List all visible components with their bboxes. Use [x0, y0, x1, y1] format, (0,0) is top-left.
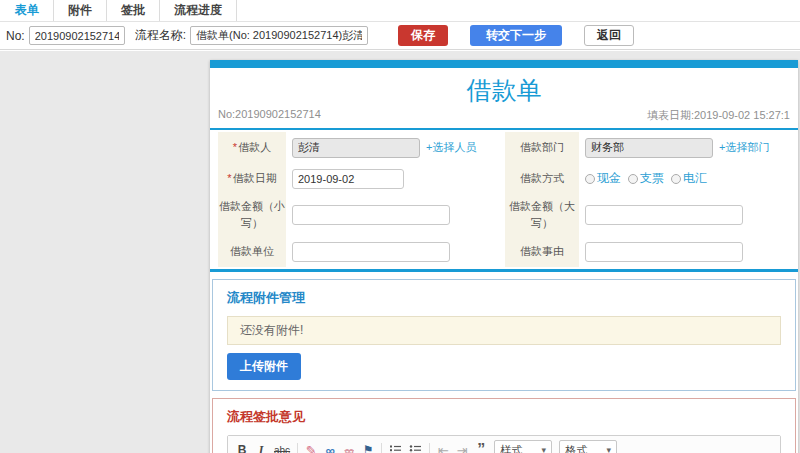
- amount-big-field-cell: [579, 194, 790, 236]
- department-input[interactable]: [585, 138, 713, 158]
- format-dropdown-label: 格式: [565, 443, 587, 453]
- form-bottom-accent-bar: [210, 269, 798, 272]
- required-mark: *: [233, 139, 237, 156]
- form-top-divider: [210, 128, 798, 130]
- department-label: 借款部门: [520, 139, 564, 156]
- radio-cash[interactable]: 现金: [585, 170, 621, 187]
- radio-icon: [671, 174, 681, 184]
- panel-accent-bar: [210, 60, 798, 68]
- method-label-cell: 借款方式: [505, 163, 579, 194]
- toolbar-separator: [429, 443, 430, 453]
- approval-section-heading: 流程签批意见: [227, 408, 781, 426]
- amount-small-label-cell: 借款金额（小写）: [218, 194, 286, 236]
- italic-icon[interactable]: I: [255, 443, 267, 453]
- process-name-label: 流程名称:: [135, 27, 186, 44]
- indent-icon[interactable]: ⇥: [456, 443, 468, 453]
- save-button[interactable]: 保存: [398, 25, 448, 46]
- toolbar-separator: [381, 443, 382, 453]
- toolbar-separator: [297, 443, 298, 453]
- toolbar: No: 流程名称: 保存 转交下一步 返回: [0, 22, 800, 50]
- radio-wire-label: 电汇: [683, 170, 707, 187]
- chevron-down-icon: ▾: [607, 445, 612, 453]
- payment-method-radios: 现金 支票 电汇: [585, 170, 707, 187]
- editor-toolbar: B I abc ✎ ∞ ∞ ⚑: [228, 436, 780, 453]
- blockquote-icon[interactable]: ”: [475, 445, 487, 453]
- back-button[interactable]: 返回: [584, 25, 634, 46]
- reason-input[interactable]: [585, 242, 743, 262]
- link-icon[interactable]: ∞: [324, 443, 336, 453]
- reason-label: 借款事由: [520, 243, 564, 260]
- tab-form[interactable]: 表单: [0, 0, 54, 21]
- bold-icon[interactable]: B: [236, 443, 248, 453]
- styles-dropdown[interactable]: 样式 ▾: [494, 440, 552, 453]
- tab-approval[interactable]: 签批: [107, 0, 160, 21]
- reason-field-cell: [579, 236, 790, 267]
- chevron-down-icon: ▾: [542, 445, 547, 453]
- radio-icon: [628, 174, 638, 184]
- format-dropdown[interactable]: 格式 ▾: [559, 440, 617, 453]
- unit-field-cell: [286, 236, 505, 267]
- department-field-cell: +选择部门: [579, 132, 790, 163]
- borrower-input[interactable]: [292, 138, 420, 158]
- no-attachment-alert: 还没有附件!: [227, 316, 781, 345]
- borrower-field-cell: +选择人员: [286, 132, 505, 163]
- tab-attachments[interactable]: 附件: [54, 0, 107, 21]
- next-step-button[interactable]: 转交下一步: [470, 25, 562, 46]
- unit-label-cell: 借款单位: [218, 236, 286, 267]
- tab-process-progress[interactable]: 流程进度: [160, 0, 237, 21]
- attachment-section-heading: 流程附件管理: [227, 289, 781, 307]
- radio-icon: [585, 174, 595, 184]
- numbered-list-icon[interactable]: [389, 444, 402, 453]
- select-person-link[interactable]: +选择人员: [426, 140, 476, 155]
- tab-bar: 表单 附件 签批 流程进度: [0, 0, 800, 22]
- bullet-list-icon[interactable]: [409, 444, 422, 453]
- amount-big-label: 借款金额（大写）: [506, 198, 578, 232]
- strikethrough-icon[interactable]: abc: [274, 445, 290, 453]
- doc-meta-row: No:20190902152714 填表日期:2019-09-02 15:27:…: [210, 108, 798, 123]
- borrower-label: 借款人: [238, 139, 271, 156]
- borrower-label-cell: * 借款人: [218, 132, 286, 163]
- fill-date: 填表日期:2019-09-02 15:27:1: [647, 108, 790, 123]
- required-mark: *: [227, 170, 231, 187]
- no-input[interactable]: [29, 26, 125, 45]
- anchor-flag-icon[interactable]: ⚑: [362, 443, 374, 453]
- page-title: 借款单: [210, 76, 798, 104]
- radio-cheque[interactable]: 支票: [628, 170, 664, 187]
- rich-text-editor: B I abc ✎ ∞ ∞ ⚑: [227, 435, 781, 453]
- borrow-date-input[interactable]: [292, 169, 404, 189]
- doc-number: No:20190902152714: [218, 108, 321, 123]
- styles-dropdown-label: 样式: [500, 443, 522, 453]
- app-window: 表单 附件 签批 流程进度 No: 流程名称: 保存 转交下一步 返回 借款单 …: [0, 0, 800, 453]
- amount-small-field-cell: [286, 194, 505, 236]
- select-department-link[interactable]: +选择部门: [719, 140, 769, 155]
- content-area: 借款单 No:20190902152714 填表日期:2019-09-02 15…: [0, 51, 800, 453]
- radio-wire[interactable]: 电汇: [671, 170, 707, 187]
- remove-format-icon[interactable]: ✎: [305, 443, 317, 453]
- loan-form: * 借款人 +选择人员 借款部门 +选择部门 * 借款日期: [218, 132, 790, 267]
- amount-small-input[interactable]: [292, 205, 450, 225]
- unlink-icon[interactable]: ∞: [343, 443, 355, 453]
- outdent-icon[interactable]: ⇤: [437, 443, 449, 453]
- approval-section: 流程签批意见 B I abc ✎ ∞ ∞ ⚑: [212, 398, 796, 453]
- method-label: 借款方式: [520, 170, 564, 187]
- department-label-cell: 借款部门: [505, 132, 579, 163]
- process-name-input[interactable]: [190, 26, 368, 45]
- radio-cheque-label: 支票: [640, 170, 664, 187]
- borrow-date-field-cell: [286, 163, 505, 194]
- form-panel: 借款单 No:20190902152714 填表日期:2019-09-02 15…: [210, 60, 798, 453]
- upload-attachment-button[interactable]: 上传附件: [227, 353, 301, 380]
- borrow-date-label: 借款日期: [233, 170, 277, 187]
- method-field-cell: 现金 支票 电汇: [579, 163, 790, 194]
- amount-small-label: 借款金额（小写）: [219, 198, 285, 232]
- no-label: No:: [6, 29, 25, 43]
- amount-big-label-cell: 借款金额（大写）: [505, 194, 579, 236]
- borrow-date-label-cell: * 借款日期: [218, 163, 286, 194]
- reason-label-cell: 借款事由: [505, 236, 579, 267]
- unit-label: 借款单位: [230, 243, 274, 260]
- amount-big-input[interactable]: [585, 205, 743, 225]
- radio-cash-label: 现金: [597, 170, 621, 187]
- unit-input[interactable]: [292, 242, 450, 262]
- attachment-section: 流程附件管理 还没有附件! 上传附件: [212, 279, 796, 391]
